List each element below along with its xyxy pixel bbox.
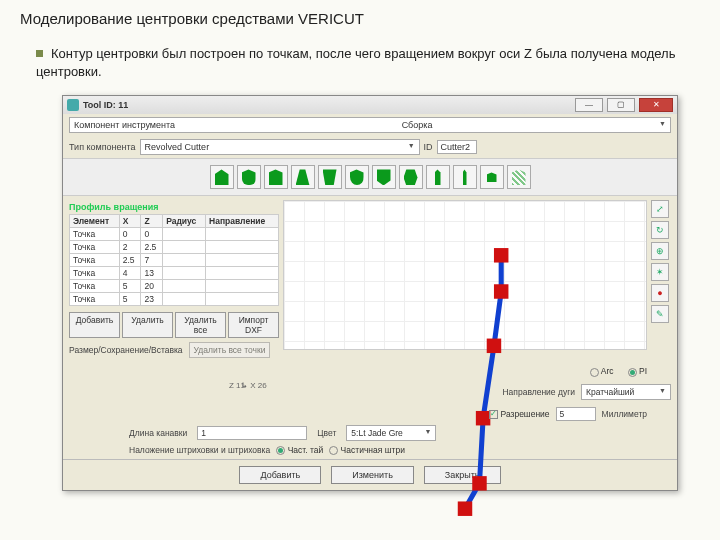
svg-rect-4 [494, 285, 508, 299]
comp-type-label: Тип компонента [69, 142, 136, 152]
tool-palette [63, 158, 677, 196]
close-button[interactable]: ✕ [639, 98, 673, 112]
id-input[interactable]: Cutter2 [437, 140, 477, 154]
table-cell[interactable]: 20 [141, 280, 163, 293]
slide-title: Моделирование центровки средствами VERIC… [20, 10, 700, 27]
tool-icon[interactable] [237, 165, 261, 189]
table-cell[interactable]: 5 [119, 293, 141, 306]
record-icon[interactable]: ● [651, 284, 669, 302]
chevron-down-icon: ▼ [659, 120, 666, 130]
plot-area[interactable] [283, 200, 647, 350]
table-cell[interactable] [163, 241, 206, 254]
table-cell[interactable]: Точка [70, 254, 120, 267]
svg-rect-0 [458, 502, 472, 516]
chevron-down-icon: ▼ [659, 387, 666, 397]
tool-icon[interactable] [426, 165, 450, 189]
clear-points-button[interactable]: Удалить все точки [189, 342, 271, 358]
table-cell[interactable] [206, 254, 279, 267]
fit-icon[interactable]: ⤢ [651, 200, 669, 218]
resolution-check[interactable] [489, 410, 498, 419]
pi-radio[interactable] [628, 368, 637, 377]
comp-type-value: Revolved Cutter [145, 142, 210, 152]
table-cell[interactable] [163, 267, 206, 280]
add-point-button[interactable]: Добавить [69, 312, 120, 338]
titlebar: Tool ID: 11 — ▢ ✕ [63, 96, 677, 114]
table-cell[interactable]: 2 [119, 241, 141, 254]
table-cell[interactable]: Точка [70, 241, 120, 254]
table-cell[interactable] [163, 228, 206, 241]
tool-icon[interactable] [453, 165, 477, 189]
delete-all-button[interactable]: Удалить все [175, 312, 226, 338]
tool-icon[interactable] [210, 165, 234, 189]
tool-icon[interactable] [264, 165, 288, 189]
table-cell[interactable]: Точка [70, 267, 120, 280]
tool-icon[interactable] [507, 165, 531, 189]
x-axis-label: ↳ X 26 [241, 381, 267, 390]
col-radius: Радиус [163, 215, 206, 228]
app-window: Tool ID: 11 — ▢ ✕ Компонент инструмента … [62, 95, 678, 491]
table-cell[interactable] [163, 280, 206, 293]
table-cell[interactable] [206, 293, 279, 306]
table-cell[interactable]: 5 [119, 280, 141, 293]
table-cell[interactable]: 0 [141, 228, 163, 241]
tool-icon[interactable] [291, 165, 315, 189]
arc-radio[interactable] [590, 368, 599, 377]
comp-type-combo[interactable]: Revolved Cutter ▼ [140, 139, 420, 155]
tool-icon[interactable] [318, 165, 342, 189]
svg-rect-5 [494, 248, 508, 262]
chevron-down-icon: ▼ [408, 142, 415, 152]
tool-icon[interactable] [399, 165, 423, 189]
table-cell[interactable] [206, 267, 279, 280]
app-icon [67, 99, 79, 111]
svg-rect-3 [487, 339, 501, 353]
table-cell[interactable]: 2.5 [141, 241, 163, 254]
star-icon[interactable]: ✶ [651, 263, 669, 281]
col-dir: Направление [206, 215, 279, 228]
table-cell[interactable]: Точка [70, 280, 120, 293]
tool-icon[interactable] [480, 165, 504, 189]
comp-type-row: Тип компонента Revolved Cutter ▼ ID Cutt… [63, 136, 677, 158]
zoom-icon[interactable]: ⊕ [651, 242, 669, 260]
view-tools: ⤢ ↻ ⊕ ✶ ● ✎ [651, 200, 671, 358]
table-row[interactable]: Точка520 [70, 280, 279, 293]
import-dxf-button[interactable]: Импорт DXF [228, 312, 279, 338]
edit-icon[interactable]: ✎ [651, 305, 669, 323]
id-label: ID [424, 142, 433, 152]
profile-table: Элемент X Z Радиус Направление Точка00То… [69, 214, 279, 306]
table-row[interactable]: Точка00 [70, 228, 279, 241]
tool-icon[interactable] [372, 165, 396, 189]
table-row[interactable]: Точка523 [70, 293, 279, 306]
component-combo-label: Компонент инструмента [74, 120, 175, 130]
table-cell[interactable]: 13 [141, 267, 163, 280]
col-element: Элемент [70, 215, 120, 228]
top-combo-row: Компонент инструмента Сборка ▼ [63, 114, 677, 136]
maximize-button[interactable]: ▢ [607, 98, 635, 112]
table-cell[interactable] [163, 254, 206, 267]
table-row[interactable]: Точка2.57 [70, 254, 279, 267]
table-cell[interactable] [206, 280, 279, 293]
section-title: Профиль вращения [69, 200, 279, 214]
table-cell[interactable]: 2.5 [119, 254, 141, 267]
table-cell[interactable] [206, 228, 279, 241]
left-panel: Профиль вращения Элемент X Z Радиус Напр… [69, 200, 279, 358]
rotate-icon[interactable]: ↻ [651, 221, 669, 239]
table-cell[interactable]: 0 [119, 228, 141, 241]
table-row[interactable]: Точка413 [70, 267, 279, 280]
table-cell[interactable]: 23 [141, 293, 163, 306]
table-cell[interactable]: Точка [70, 293, 120, 306]
component-combo[interactable]: Компонент инструмента Сборка ▼ [69, 117, 671, 133]
col-z: Z [141, 215, 163, 228]
minimize-button[interactable]: — [575, 98, 603, 112]
groove-len-label: Длина канавки [129, 428, 187, 438]
table-cell[interactable]: 7 [141, 254, 163, 267]
shadow-label: Наложение штриховки и штриховка [129, 445, 270, 455]
slide-body: Контур центровки был построен по точкам,… [36, 45, 700, 81]
table-cell[interactable] [206, 241, 279, 254]
table-cell[interactable] [163, 293, 206, 306]
delete-point-button[interactable]: Удалить [122, 312, 173, 338]
table-cell[interactable]: Точка [70, 228, 120, 241]
tool-icon[interactable] [345, 165, 369, 189]
table-row[interactable]: Точка22.5 [70, 241, 279, 254]
resize-label: Размер/Сохранение/Вставка [69, 345, 183, 355]
table-cell[interactable]: 4 [119, 267, 141, 280]
